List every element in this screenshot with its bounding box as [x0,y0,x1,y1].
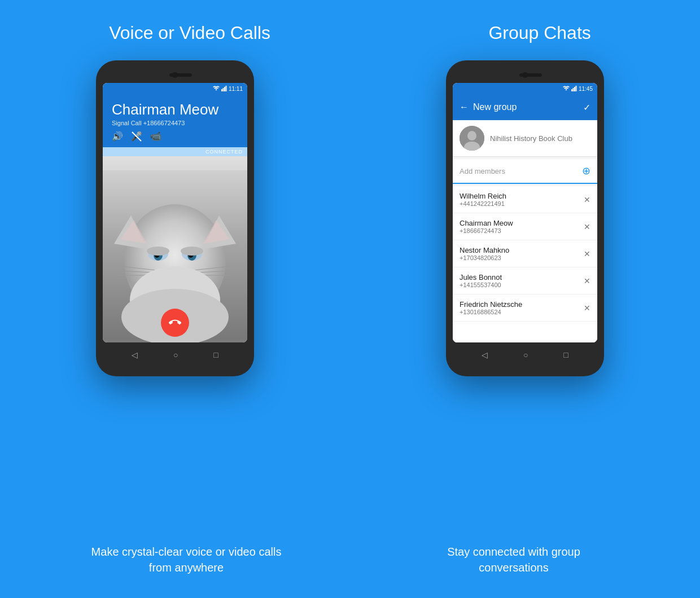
phone-bottom-bar-left: ◁ ○ □ [103,342,247,367]
member-info-0: Wilhelm Reich +441242221491 [460,192,506,207]
member-info-2: Nestor Mahkno +17034820623 [460,246,509,261]
nav-recent-right[interactable]: □ [563,350,568,359]
left-bottom-text: Make crystal-clear voice or video calls … [85,544,288,575]
phones-row: 11:11 Chairman Meow Signal Call +1866672… [0,60,700,527]
call-header: Chairman Meow Signal Call +18666724473 🔊… [103,94,247,147]
call-ui: Chairman Meow Signal Call +18666724473 🔊… [103,94,247,342]
remove-member-3[interactable]: ✕ [584,276,590,285]
group-screen: 11:45 ← New group ✓ [453,83,597,342]
svg-rect-30 [574,87,575,91]
svg-rect-31 [575,86,576,91]
phone-top-bar-left [103,67,247,83]
bottom-labels: Make crystal-clear voice or video calls … [0,527,700,598]
video-icon[interactable]: 📹 [150,131,161,142]
group-header: ← New group ✓ [453,94,597,120]
mute-line [131,131,142,142]
remove-member-2[interactable]: ✕ [584,249,590,258]
group-avatar [460,126,484,151]
signal-icon-right [571,86,577,91]
member-item-4: Friedrich Nietzsche +13016886524 ✕ [453,294,597,322]
member-info-4: Friedrich Nietzsche +13016886524 [460,300,522,315]
nav-back-left[interactable]: ◁ [132,350,138,359]
remove-member-1[interactable]: ✕ [584,222,590,231]
nav-home-right[interactable]: ○ [523,350,528,359]
member-phone-2: +17034820623 [460,254,509,261]
member-name-4: Friedrich Nietzsche [460,300,522,309]
group-confirm-button[interactable]: ✓ [583,102,590,113]
left-phone-section: 11:11 Chairman Meow Signal Call +1866672… [34,60,316,376]
phone-top-bar-right [453,67,597,83]
member-phone-3: +14155537400 [460,282,502,288]
svg-point-18 [181,247,203,256]
member-item-1: Chairman Meow +18666724473 ✕ [453,213,597,240]
member-item-3: Jules Bonnot +14155537400 ✕ [453,267,597,294]
member-phone-1: +18666724473 [460,227,513,234]
call-subtitle: Signal Call +18666724473 [112,120,238,126]
wifi-icon-right [563,86,570,91]
svg-rect-28 [571,89,572,91]
call-controls: 🔊 🎤 📹 [112,131,238,142]
member-phone-0: +441242221491 [460,200,506,207]
svg-line-4 [132,132,141,141]
group-name-input[interactable] [490,134,590,143]
end-call-button[interactable] [161,309,189,337]
svg-rect-0 [221,89,222,91]
members-list: Wilhelm Reich +441242221491 ✕ Chairman M… [453,186,597,342]
group-ui: ← New group ✓ [453,94,597,342]
group-time: 11:45 [579,86,593,92]
group-header-left: ← New group [460,102,517,112]
main-container: Voice or Video Calls Group Chats [0,0,700,598]
phone-camera-left [172,72,178,78]
add-members-label[interactable]: Add members [460,167,505,175]
call-time: 11:11 [229,86,243,92]
member-name-2: Nestor Mahkno [460,246,509,254]
left-title: Voice or Video Calls [109,23,270,43]
svg-rect-2 [224,87,225,91]
member-phone-4: +13016886524 [460,309,522,315]
svg-rect-1 [222,88,224,91]
member-info-3: Jules Bonnot +14155537400 [460,273,502,288]
remove-member-0[interactable]: ✕ [584,195,590,204]
top-labels: Voice or Video Calls Group Chats [0,0,700,43]
speaker-icon[interactable]: 🔊 [112,131,123,142]
call-status-icons: 11:11 [213,86,243,92]
remove-member-4[interactable]: ✕ [584,304,590,313]
right-phone-section: 11:45 ← New group ✓ [384,60,666,376]
member-name-3: Jules Bonnot [460,273,502,282]
right-phone-frame: 11:45 ← New group ✓ [446,60,604,376]
svg-rect-3 [225,86,226,91]
phone-camera-right [522,72,528,78]
group-back-button[interactable]: ← [460,102,469,112]
right-bottom-text: Stay connected with group conversations [412,544,615,575]
nav-back-right[interactable]: ◁ [482,350,488,359]
svg-point-36 [468,131,476,139]
group-name-row [453,120,597,157]
svg-point-17 [147,247,169,256]
phone-bottom-bar-right: ◁ ○ □ [453,342,597,367]
wifi-icon [213,86,220,91]
nav-home-left[interactable]: ○ [173,350,178,359]
nav-recent-left[interactable]: □ [213,350,218,359]
add-member-button[interactable]: ⊕ [582,165,590,177]
end-call-icon [169,316,181,329]
svg-rect-29 [572,88,574,91]
group-status-bar: 11:45 [453,83,597,94]
mute-icon[interactable]: 🎤 [131,131,142,142]
call-screen: 11:11 Chairman Meow Signal Call +1866672… [103,83,247,342]
cat-image [103,156,247,342]
left-phone-frame: 11:11 Chairman Meow Signal Call +1866672… [96,60,254,376]
member-item-0: Wilhelm Reich +441242221491 ✕ [453,186,597,213]
call-contact-name: Chairman Meow [112,101,238,118]
member-name-1: Chairman Meow [460,219,513,227]
connected-status: CONNECTED [205,149,243,155]
svg-point-37 [465,142,479,151]
member-info-1: Chairman Meow +18666724473 [460,219,513,234]
connected-bar: CONNECTED [103,147,247,156]
call-status-bar: 11:11 [103,83,247,94]
signal-icon [221,86,227,91]
group-title: New group [473,102,517,112]
group-avatar-image [460,126,484,151]
member-item-2: Nestor Mahkno +17034820623 ✕ [453,240,597,267]
right-title: Group Chats [488,23,590,43]
add-members-row: Add members ⊕ [453,159,597,184]
